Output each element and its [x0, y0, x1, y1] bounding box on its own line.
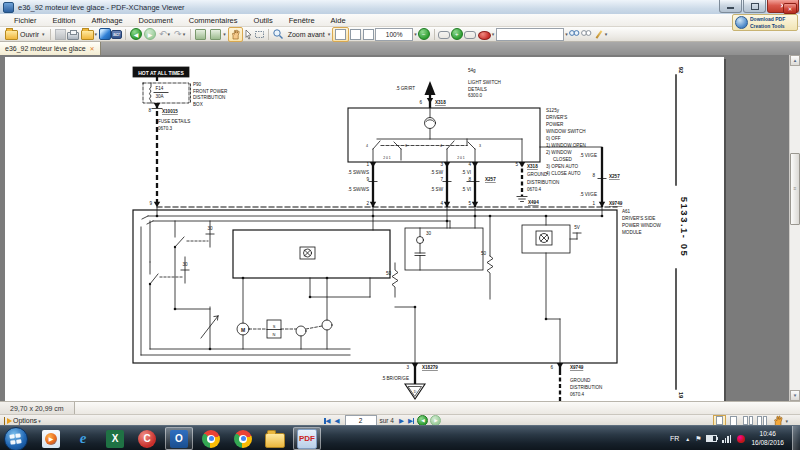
diagram-label: 1 [366, 162, 369, 167]
acrobat-icon[interactable]: acr [111, 30, 122, 39]
search-input[interactable] [496, 28, 564, 41]
pen-tool-button[interactable]: ▾ [592, 28, 610, 41]
document-tab[interactable]: e36_92 moteur lève glace ✕ [0, 42, 101, 55]
send-mail-icon[interactable] [99, 28, 111, 40]
taskbar-chrome-2[interactable] [229, 427, 257, 450]
diagram-label: GROUND [570, 378, 591, 383]
menu-fenêtre[interactable]: Fenêtre [281, 16, 323, 25]
first-page-button[interactable]: ◀ [324, 416, 331, 425]
diagram-label: M [241, 327, 245, 333]
diagram-label: 9 [366, 177, 369, 182]
menu-affichage[interactable]: Affichage [83, 16, 130, 25]
pdf-page: HOT AT ALL TIMESF1430AP90FRONT POWERDIST… [5, 57, 724, 401]
open-button[interactable]: Ouvrir ▾ [3, 28, 47, 41]
pdf-tools-icon [735, 16, 748, 29]
hand-tool-button[interactable] [228, 27, 243, 42]
save-icon[interactable] [55, 29, 66, 40]
zoom-fit-page-button[interactable] [332, 27, 349, 42]
menu-commentaires[interactable]: Commentaires [181, 16, 246, 25]
link2-tool-icon[interactable] [464, 31, 476, 39]
print-icon[interactable] [67, 32, 79, 40]
menu-document[interactable]: Document [131, 16, 181, 25]
previous-page-button[interactable]: ◀ [335, 416, 340, 425]
select-tool-icon[interactable] [243, 29, 254, 40]
maximize-button[interactable] [743, 0, 766, 13]
diagram-label: 5 [515, 162, 518, 167]
diagram-label: DRIVER'S [546, 115, 567, 120]
menu-fichier[interactable]: Fichier [6, 16, 45, 25]
start-button[interactable] [4, 427, 28, 450]
close-document-button[interactable]: ✕ [783, 3, 797, 14]
diagram-label: 8 [592, 173, 595, 178]
taskbar-chrome-1[interactable] [197, 427, 225, 450]
taskbar-excel[interactable]: X [101, 427, 129, 450]
diagram-label: 0670.4 [527, 187, 541, 192]
clock[interactable]: 10:4616/08/2016 [751, 430, 784, 448]
find-next-icon[interactable] [580, 28, 592, 40]
zoom-out-icon[interactable] [272, 28, 284, 40]
taskbar-pdf-viewer[interactable]: PDF [293, 427, 321, 450]
stamp2-button[interactable]: ▾ [207, 28, 228, 41]
diagram-label: 3 [405, 144, 407, 148]
undo-button[interactable]: ↶▾ [157, 28, 172, 41]
taskbar-internet-explorer[interactable]: e [69, 427, 97, 450]
minimize-button[interactable] [719, 0, 742, 13]
tab-bar: e36_92 moteur lève glace ✕ [0, 42, 800, 55]
previous-view-icon[interactable]: ◀ [130, 28, 142, 40]
find-icon[interactable] [568, 28, 580, 40]
last-page-button[interactable]: ▶ [408, 416, 415, 425]
scroll-down-button[interactable]: ▼ [790, 390, 800, 401]
open-folder-icon [5, 30, 18, 40]
network-icon[interactable] [722, 435, 732, 443]
diagram-label: .5 SW/WS [348, 170, 369, 175]
show-desktop-button[interactable] [792, 426, 800, 450]
action-center-flag-icon[interactable]: ⚑ [695, 435, 701, 443]
snapshot-tool-icon[interactable] [254, 29, 265, 40]
diagram-label: .5 SW/WS [348, 187, 369, 192]
next-page-button[interactable]: ▶ [399, 416, 404, 425]
taskbar-media-player[interactable]: ▶ [37, 427, 65, 450]
menu-aide[interactable]: Aide [323, 16, 354, 25]
fit-visible-icon[interactable] [363, 29, 374, 40]
menu-bar: FichierEditionAffichageDocumentCommentai… [0, 14, 800, 27]
scrollbar-thumb[interactable]: ≡ [790, 153, 800, 225]
taskbar-file-explorer[interactable] [261, 427, 289, 450]
tray-app-icon[interactable] [737, 435, 745, 443]
next-view-icon[interactable]: ▶ [144, 28, 156, 40]
battery-icon[interactable] [706, 435, 717, 442]
redo-button[interactable]: ↷▾ [172, 28, 187, 41]
stamp2-icon [210, 29, 221, 40]
menu-edition[interactable]: Edition [45, 16, 84, 25]
tab-close-icon[interactable]: ✕ [90, 45, 95, 52]
diagram-label: DETAILS [468, 87, 487, 92]
diagram-label: 4) CLOSE AUTO [546, 171, 581, 176]
diagram-label: .5 BR/OR/GE [381, 376, 409, 381]
taskbar-ccleaner[interactable]: C [133, 427, 161, 450]
vertical-scrollbar[interactable]: ▲ ≡ ▼ [789, 55, 800, 401]
media-player-icon: ▶ [45, 433, 57, 445]
menu-outils[interactable]: Outils [246, 16, 281, 25]
taskbar-outlook[interactable]: O [165, 427, 193, 450]
diagram-label: A61 [622, 209, 631, 214]
zoom-plus-icon[interactable]: + [451, 28, 463, 40]
link-tool-icon[interactable] [438, 31, 450, 39]
zoom-minus-icon[interactable]: − [418, 28, 430, 40]
document-viewport: HOT AT ALL TIMESF1430AP90FRONT POWERDIST… [0, 55, 800, 401]
export-button[interactable]: ▾ [79, 28, 100, 41]
diagram-label: DISTRIBUTION [527, 180, 559, 185]
scroll-up-button[interactable]: ▲ [790, 55, 800, 66]
download-pdf-tools-banner[interactable]: Download PDFCreation Tools [732, 14, 798, 31]
diagram-label: X318 [527, 164, 538, 169]
zoom-in-button[interactable]: Zoom avant ▾ [284, 28, 332, 41]
diagram-label: S125y [546, 108, 560, 113]
chrome-icon [202, 430, 220, 448]
undo-icon: ↶ [159, 29, 167, 40]
fit-width-icon[interactable] [350, 29, 361, 40]
page-dimensions: 29,70 x 20,99 cm [0, 402, 75, 414]
stamp-icon[interactable] [195, 29, 206, 40]
hidden-icons-button[interactable]: ▲ [685, 436, 690, 442]
diagram-label: DISTRIBUTION [570, 385, 602, 390]
language-indicator[interactable]: FR [670, 435, 679, 442]
zoom-level-combo[interactable]: 100% [375, 28, 413, 41]
comment-button[interactable]: ▾ [476, 28, 497, 41]
